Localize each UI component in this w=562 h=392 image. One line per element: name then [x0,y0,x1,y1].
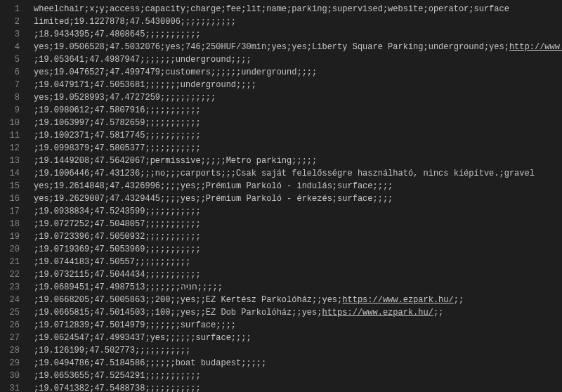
line-number: 6 [0,66,20,79]
code-line: wheelchair;x;y;access;capacity;charge;fe… [34,3,562,15]
line-number: 11 [0,129,20,142]
code-line: ;19.0980612;47.5807916;;;;;;;;;;; [34,104,562,117]
code-line: ;19.0744183;47.50557;;;;;;;;;;; [34,256,562,268]
line-number-gutter: 1234567891011121314151617181920212223242… [0,0,27,392]
line-number: 27 [0,332,20,344]
code-line: ;19.0938834;47.5243599;;;;;;;;;;; [34,205,562,218]
code-line: ;19.0494786;47.5184586;;;;;;boat budapes… [34,357,562,370]
line-number: 9 [0,104,20,117]
line-number: 22 [0,268,20,281]
line-number: 20 [0,243,20,256]
code-line: ;19.0689451;47.4987513;;;;;;;חניה;;;;; [34,281,562,294]
code-line: ;19.0665815;47.5014503;;100;;yes;;EZ Dob… [34,306,562,319]
code-line: ;19.0479171;47.5053681;;;;;;;underground… [34,79,562,91]
code-line: ;19.0727252;47.5048057;;;;;;;;;;; [34,218,562,230]
line-number: 29 [0,357,20,370]
code-line: ;19.0624547;47.4993437;yes;;;;;;surface;… [34,332,562,344]
code-line: ;19.0653655;47.5254291;;;;;;;;;;; [34,370,562,382]
code-line: ;19.0741382;47.5488738;;;;;;;;;;; [34,382,562,392]
code-line: yes;19.0506528;47.5032076;yes;746;250HUF… [34,41,562,53]
code-editor: 1234567891011121314151617181920212223242… [0,0,562,392]
line-number: 30 [0,370,20,382]
line-number: 31 [0,382,20,392]
line-number: 23 [0,281,20,294]
line-number: 17 [0,205,20,218]
code-line: ;19.0732115;47.5044434;;;;;;;;;;; [34,268,562,281]
code-line: ;19.0719369;47.5053969;;;;;;;;;;; [34,243,562,256]
line-number: 21 [0,256,20,268]
code-line: yes;19.0476527;47.4997479;customers;;;;;… [34,66,562,79]
code-line: ;19.053641;47.4987947;;;;;;;underground;… [34,53,562,66]
code-line: ;19.1063997;47.5782659;;;;;;;;;;; [34,117,562,129]
line-number: 13 [0,155,20,167]
line-number: 5 [0,53,20,66]
url-link[interactable]: http://www.libertysquareparking.com [509,42,562,52]
code-line: ;19.0668205;47.5005863;;200;;yes;;EZ Ker… [34,294,562,306]
code-line: ;19.1002371;47.5817745;;;;;;;;;;; [34,129,562,142]
code-line: yes;19.2629007;47.4329445;;;;yes;;Prémiu… [34,192,562,205]
line-number: 2 [0,15,20,28]
line-number: 4 [0,41,20,53]
line-number: 3 [0,28,20,41]
line-number: 10 [0,117,20,129]
line-number: 7 [0,79,20,91]
line-number: 18 [0,218,20,230]
line-number: 25 [0,306,20,319]
line-number: 12 [0,142,20,155]
code-line: ;19.0723396;47.5050932;;;;;;;;;;; [34,230,562,243]
code-line: yes;19.0528993;47.4727259;;;;;;;;;;; [34,91,562,104]
line-number: 15 [0,180,20,192]
line-number: 8 [0,91,20,104]
line-number: 24 [0,294,20,306]
line-number: 16 [0,192,20,205]
line-number: 26 [0,319,20,332]
code-line: limited;19.1227878;47.5430006;;;;;;;;;;; [34,15,562,28]
line-number: 1 [0,3,20,15]
line-number: 28 [0,344,20,357]
code-content[interactable]: wheelchair;x;y;access;capacity;charge;fe… [27,0,562,392]
code-line: yes;19.2614848;47.4326996;;;;yes;;Prémiu… [34,180,562,192]
url-link[interactable]: https://www.ezpark.hu/ [322,308,433,318]
code-line: ;19.0712839;47.5014979;;;;;;;surface;;;; [34,319,562,332]
code-line: ;19.1449208;47.5642067;permissive;;;;;Me… [34,155,562,167]
url-link[interactable]: https://www.ezpark.hu/ [342,295,453,305]
code-line: ;18.9434395;47.4808645;;;;;;;;;;; [34,28,562,41]
code-line: ;19.1006446;47.431236;;;no;;;carports;;;… [34,167,562,180]
code-line: ;19.126199;47.502773;;;;;;;;;;; [34,344,562,357]
code-line: ;19.0998379;47.5805377;;;;;;;;;;; [34,142,562,155]
line-number: 14 [0,167,20,180]
line-number: 19 [0,230,20,243]
